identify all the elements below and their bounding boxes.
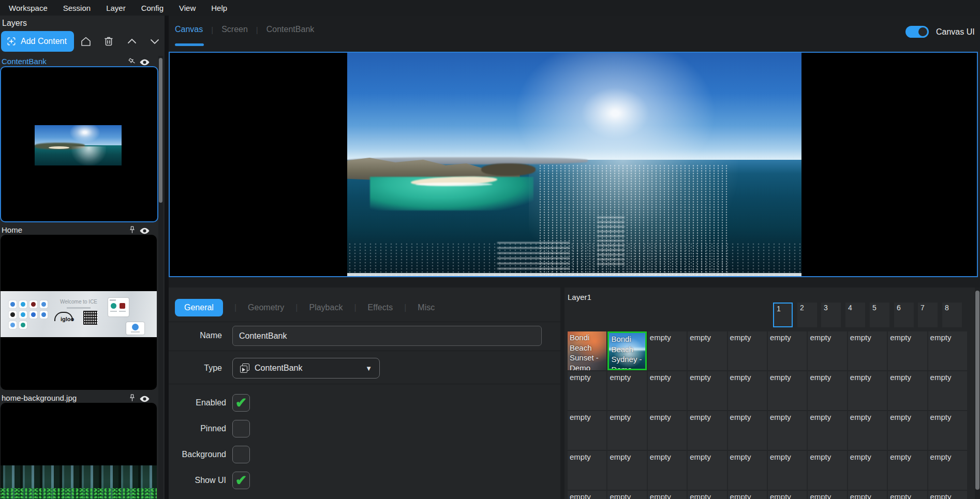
pin-icon[interactable] — [128, 225, 137, 234]
tab-screen[interactable]: Screen — [221, 25, 248, 34]
menu-item-view[interactable]: View — [179, 4, 196, 12]
bank-page-5[interactable]: 5 — [870, 303, 889, 327]
pin-icon[interactable] — [126, 55, 139, 68]
bank-page-3[interactable]: 3 — [821, 303, 841, 327]
move-up-icon[interactable] — [126, 35, 138, 48]
toggle-switch[interactable] — [905, 26, 929, 38]
bank-cell-empty[interactable]: empty — [848, 411, 887, 450]
bank-cell-empty[interactable]: empty — [888, 331, 927, 370]
bank-cell-empty[interactable]: empty — [728, 451, 767, 490]
tab-contentbank[interactable]: ContentBank — [266, 25, 315, 34]
menu-item-config[interactable]: Config — [141, 4, 164, 12]
bank-cell-empty[interactable]: empty — [607, 451, 646, 490]
bank-cell-empty[interactable]: empty — [808, 451, 847, 490]
tab-playback[interactable]: Playback — [309, 303, 343, 312]
bank-cell-empty[interactable]: empty — [848, 491, 887, 499]
menu-item-workspace[interactable]: Workspace — [9, 4, 48, 12]
bank-cell-empty[interactable]: empty — [688, 411, 726, 450]
bank-cell-empty[interactable]: empty — [808, 491, 847, 499]
checkbox-enabled[interactable]: ✔ — [232, 394, 250, 412]
bank-cell-empty[interactable]: empty — [808, 331, 847, 370]
bank-cell-bondi-beach-sydney-demo[interactable]: Bondi Beach Sydney - Demo — [607, 331, 646, 370]
bank-cell-empty[interactable]: empty — [607, 491, 646, 499]
layer-thumbnail-home-background[interactable] — [1, 403, 157, 499]
bank-cell-empty[interactable]: empty — [607, 371, 646, 410]
canvas-ui-toggle[interactable]: Canvas UI — [905, 26, 975, 38]
pin-icon[interactable] — [128, 394, 137, 402]
home-icon[interactable] — [80, 35, 92, 48]
move-down-icon[interactable] — [149, 35, 161, 48]
bank-page-7[interactable]: 7 — [918, 303, 938, 327]
tab-geometry[interactable]: Geometry — [248, 303, 284, 312]
bank-page-6[interactable]: 6 — [894, 303, 914, 327]
bank-cell-empty[interactable]: empty — [728, 411, 767, 450]
bank-cell-empty[interactable]: empty — [808, 371, 847, 410]
type-dropdown[interactable]: ContentBank ▼ — [232, 358, 380, 379]
bank-cell-empty[interactable]: empty — [648, 411, 687, 450]
name-input[interactable] — [232, 326, 542, 346]
bank-cell-empty[interactable]: empty — [688, 491, 726, 499]
bank-page-8[interactable]: 8 — [942, 303, 962, 327]
bank-cell-bondi-beach-sunset-demo[interactable]: Bondi Beach Sunset - Demo — [568, 331, 606, 370]
bank-page-1[interactable]: 1 — [773, 303, 793, 327]
bank-cell-empty[interactable]: empty — [568, 451, 606, 490]
bank-cell-empty[interactable]: empty — [568, 491, 606, 499]
bank-cell-empty[interactable]: empty — [688, 371, 726, 410]
bank-cell-empty[interactable]: empty — [928, 331, 967, 370]
tab-general[interactable]: General — [175, 299, 223, 316]
bank-cell-empty[interactable]: empty — [768, 411, 807, 450]
bank-cell-empty[interactable]: empty — [688, 451, 726, 490]
bank-cell-empty[interactable]: empty — [688, 331, 726, 370]
menu-item-session[interactable]: Session — [63, 4, 91, 12]
menu-item-help[interactable]: Help — [211, 4, 227, 12]
bank-cell-empty[interactable]: empty — [888, 411, 927, 450]
checkbox-pinned[interactable] — [232, 420, 250, 437]
bank-cell-empty[interactable]: empty — [928, 491, 967, 499]
bank-cell-empty[interactable]: empty — [888, 491, 927, 499]
layer-thumbnail-home[interactable]: Welcome to ICE igloo — [1, 235, 157, 390]
bank-cell-empty[interactable]: empty — [768, 451, 807, 490]
menu-item-layer[interactable]: Layer — [106, 4, 126, 12]
bank-page-4[interactable]: 4 — [845, 303, 865, 327]
bank-cell-empty[interactable]: empty — [888, 451, 927, 490]
layer-thumbnail-contentbank[interactable] — [0, 66, 158, 222]
checkbox-background[interactable] — [232, 446, 250, 463]
layer-item-home[interactable]: Home — [0, 225, 157, 236]
layers-scrollbar[interactable] — [158, 56, 163, 499]
bank-cell-empty[interactable]: empty — [928, 451, 967, 490]
bank-cell-empty[interactable]: empty — [928, 411, 967, 450]
bank-cell-empty[interactable]: empty — [728, 491, 767, 499]
bank-scrollbar[interactable] — [975, 288, 980, 499]
layers-scrollbar-thumb[interactable] — [159, 58, 162, 203]
bank-cell-empty[interactable]: empty — [768, 371, 807, 410]
eye-icon[interactable] — [139, 225, 150, 234]
layer-item-home-background[interactable]: home-background.jpg — [0, 394, 157, 404]
tab-effects[interactable]: Effects — [368, 303, 393, 312]
bank-cell-empty[interactable]: empty — [888, 371, 927, 410]
bank-cell-empty[interactable]: empty — [648, 451, 687, 490]
bank-cell-empty[interactable]: empty — [848, 371, 887, 410]
bank-cell-empty[interactable]: empty — [768, 331, 807, 370]
bank-page-2[interactable]: 2 — [797, 303, 817, 327]
canvas-viewport[interactable] — [169, 52, 978, 277]
bank-scrollbar-thumb[interactable] — [975, 291, 979, 490]
bank-cell-empty[interactable]: empty — [728, 371, 767, 410]
add-content-button[interactable]: Add Content — [1, 31, 74, 52]
bank-cell-empty[interactable]: empty — [768, 491, 807, 499]
bank-cell-empty[interactable]: empty — [848, 451, 887, 490]
bank-cell-empty[interactable]: empty — [648, 491, 687, 499]
bank-cell-empty[interactable]: empty — [648, 331, 687, 370]
bank-cell-empty[interactable]: empty — [648, 371, 687, 410]
bank-cell-empty[interactable]: empty — [808, 411, 847, 450]
layer-item-contentbank[interactable]: ContentBank — [0, 57, 157, 67]
eye-icon[interactable] — [139, 57, 150, 66]
bank-cell-empty[interactable]: empty — [928, 371, 967, 410]
bank-cell-empty[interactable]: empty — [568, 411, 606, 450]
tab-misc[interactable]: Misc — [418, 303, 435, 312]
eye-icon[interactable] — [139, 394, 150, 402]
checkbox-show-ui[interactable]: ✔ — [232, 472, 250, 489]
tab-canvas[interactable]: Canvas — [175, 25, 203, 34]
bank-cell-empty[interactable]: empty — [848, 331, 887, 370]
bank-cell-empty[interactable]: empty — [607, 411, 646, 450]
trash-icon[interactable] — [102, 35, 115, 48]
